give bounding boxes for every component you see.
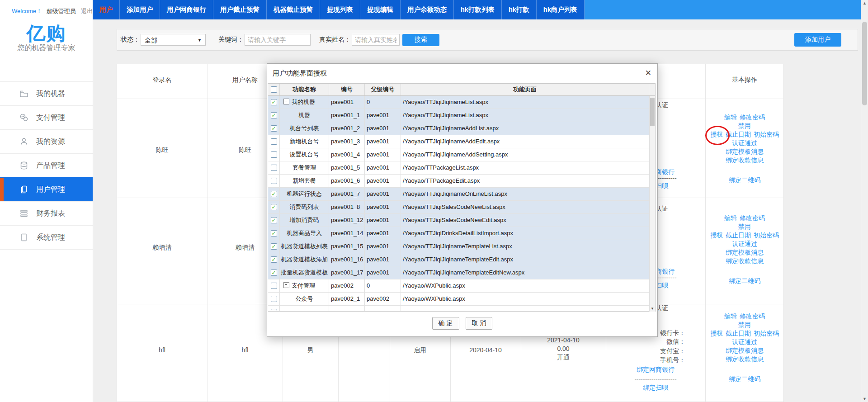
ok-button[interactable]: 确 定	[432, 317, 459, 330]
page-scrollbar-thumb[interactable]	[862, 22, 867, 105]
row-checkbox[interactable]: ✓	[271, 256, 277, 263]
page-scrollbar[interactable]: ▲ ▼	[861, 0, 868, 402]
action-link[interactable]: 认证通过	[732, 338, 757, 346]
logout-link[interactable]: 退出	[81, 8, 93, 14]
add-user-button[interactable]: 添加用户	[794, 33, 841, 47]
action-link[interactable]: 绑定模板消息	[726, 147, 764, 156]
nav-tab-1[interactable]: 用户	[93, 0, 120, 19]
action-link[interactable]: 编辑	[724, 214, 737, 222]
row-checkbox[interactable]	[271, 165, 277, 171]
action-link[interactable]: 绑定模板消息	[726, 346, 764, 355]
row-checkbox[interactable]	[271, 138, 277, 145]
permission-code: pave001_3	[329, 135, 365, 148]
sidebar-item-6[interactable]: 财务报表	[0, 201, 93, 225]
action-line: 认证通过	[705, 338, 784, 346]
realname-input[interactable]	[352, 34, 400, 46]
action-link[interactable]: 编辑	[724, 312, 737, 321]
action-link[interactable]: 初始密码	[754, 130, 779, 139]
action-link[interactable]: 禁用	[738, 122, 751, 130]
permission-parent-code: pave001	[365, 161, 401, 174]
select-all-checkbox[interactable]	[271, 86, 277, 93]
permission-row: 公众号pave002_1pave002/Yaoyao/WXPublic.aspx	[268, 293, 655, 306]
row-checkbox[interactable]	[271, 178, 277, 184]
row-checkbox[interactable]	[271, 296, 277, 302]
action-link[interactable]: 认证通过	[732, 240, 757, 248]
checkbox-cell: ✓	[268, 122, 280, 135]
action-link[interactable]: 绑定二维码	[729, 277, 760, 285]
action-link[interactable]: 绑定收款信息	[726, 257, 764, 265]
scroll-down-icon[interactable]: ▼	[861, 397, 868, 401]
row-checkbox[interactable]: ✓	[271, 112, 277, 118]
action-link[interactable]: 绑定二维码	[729, 375, 760, 383]
status-select[interactable]: 全部 ▼	[141, 34, 206, 46]
action-link[interactable]: 初始密码	[754, 329, 779, 338]
permission-parent-code	[365, 306, 401, 311]
nav-tab-11[interactable]: hk商户列表	[537, 0, 585, 19]
cancel-button[interactable]: 取 消	[466, 317, 493, 330]
action-link[interactable]: 绑定二维码	[729, 176, 760, 184]
sidebar-item-7[interactable]: 系统管理	[0, 225, 93, 250]
action-link[interactable]: 绑定模板消息	[726, 248, 764, 257]
keyword-input[interactable]	[245, 34, 311, 46]
action-link[interactable]: 编辑	[724, 113, 737, 122]
collapse-icon[interactable]	[283, 99, 289, 104]
permission-parent-code: pave001	[365, 175, 401, 187]
nav-tab-7[interactable]: 提现编辑	[360, 0, 401, 19]
row-checkbox[interactable]: ✓	[271, 243, 277, 250]
nav-tab-8[interactable]: 用户余额动态	[401, 0, 454, 19]
nav-tab-4[interactable]: 用户截止预警	[213, 0, 267, 19]
sidebar-item-1[interactable]: 我的机器	[0, 81, 93, 105]
bind-saobei-link[interactable]: 绑定扫呗	[606, 383, 705, 392]
nav-tab-2[interactable]: 添加用户	[120, 0, 160, 19]
action-link[interactable]: 授权	[710, 231, 723, 240]
action-link[interactable]: 截止日期	[726, 231, 751, 240]
search-button[interactable]: 搜索	[402, 34, 439, 46]
scrollbar-thumb[interactable]	[650, 98, 655, 126]
collapse-icon[interactable]	[283, 282, 289, 288]
row-checkbox[interactable]: ✓	[271, 99, 277, 105]
permission-row: 新增机台号pave001_3pave001/Yaoyao/TTJiqiJiqin…	[268, 135, 655, 148]
action-link[interactable]: 禁用	[738, 222, 751, 231]
row-checkbox[interactable]: ✓	[271, 191, 277, 197]
bind-bank-link[interactable]: 绑定网商银行	[606, 365, 705, 374]
permission-parent-code: pave001	[365, 122, 401, 135]
action-link[interactable]: 禁用	[738, 321, 751, 329]
row-checkbox[interactable]: ✓	[271, 270, 277, 276]
nav-tab-3[interactable]: 用户网商银行	[160, 0, 213, 19]
action-link[interactable]: 修改密码	[740, 214, 765, 222]
sidebar-item-label: 产品管理	[36, 161, 65, 170]
row-checkbox[interactable]: ✓	[271, 217, 277, 223]
checkbox-cell: ✓	[268, 201, 280, 213]
nav-tab-10[interactable]: hk打款	[502, 0, 537, 19]
action-link[interactable]: 绑定收款信息	[726, 355, 764, 364]
row-checkbox[interactable]: ✓	[271, 125, 277, 132]
action-link[interactable]: 修改密码	[740, 312, 765, 321]
row-checkbox[interactable]: ✓	[271, 204, 277, 210]
sidebar-item-3[interactable]: 我的资源	[0, 129, 93, 153]
permission-modal: 用户功能界面授权 ✕ 功能名称 编号 父级编号 功能页面 ✓我的机器pave00…	[267, 63, 658, 337]
nav-tab-9[interactable]: hk打款列表	[454, 0, 502, 19]
nav-tab-5[interactable]: 机器截止预警	[267, 0, 320, 19]
action-link[interactable]: 认证通过	[732, 139, 757, 147]
row-checkbox[interactable]: ✓	[271, 230, 277, 236]
action-link[interactable]: 截止日期	[726, 329, 751, 338]
select-all-checkbox-cell	[268, 84, 280, 95]
row-checkbox[interactable]	[271, 309, 277, 311]
sidebar-item-5[interactable]: 用户管理	[0, 177, 93, 201]
action-link[interactable]: 截止日期	[726, 130, 751, 139]
action-link[interactable]: 绑定收款信息	[726, 156, 764, 165]
close-icon[interactable]: ✕	[645, 68, 651, 78]
nav-tab-6[interactable]: 提现列表	[320, 0, 360, 19]
action-link[interactable]: 授权	[710, 130, 723, 139]
row-checkbox[interactable]	[271, 151, 277, 158]
action-link[interactable]: 修改密码	[740, 113, 765, 122]
row-checkbox[interactable]	[271, 283, 277, 289]
sidebar-item-4[interactable]: 产品管理	[0, 153, 93, 177]
scroll-down-icon[interactable]: ▼	[650, 307, 655, 311]
modal-scrollbar[interactable]: ▼	[649, 96, 655, 312]
scroll-up-icon[interactable]: ▲	[861, 1, 868, 5]
action-link[interactable]: 初始密码	[754, 231, 779, 240]
checkbox-cell: ✓	[268, 253, 280, 266]
action-link[interactable]: 授权	[710, 329, 723, 338]
sidebar-item-2[interactable]: 支付管理	[0, 105, 93, 129]
